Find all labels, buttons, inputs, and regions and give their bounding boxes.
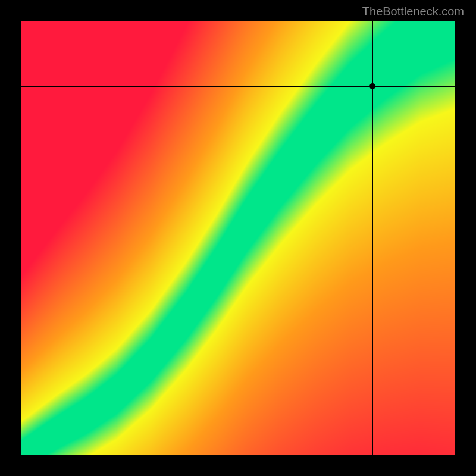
watermark-label: TheBottleneck.com: [362, 5, 464, 18]
crosshair-horizontal: [21, 86, 455, 87]
selection-marker: [369, 83, 375, 89]
